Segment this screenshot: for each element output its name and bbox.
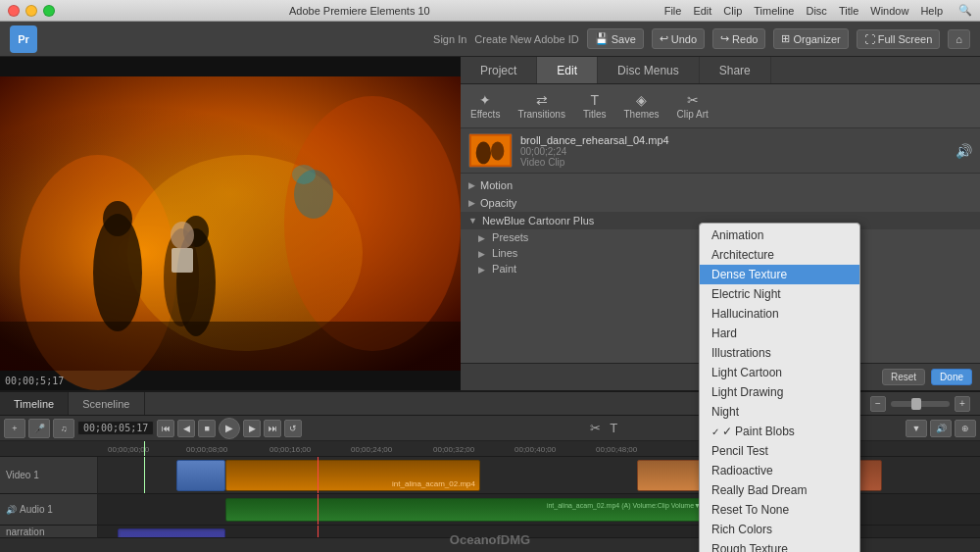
menu-timeline[interactable]: Timeline xyxy=(754,5,794,17)
smartmix-btn[interactable]: ♫ xyxy=(53,419,74,438)
menu-clip[interactable]: Clip xyxy=(723,5,742,17)
dropdown-item-reset-to-none[interactable]: Reset To None xyxy=(700,500,859,520)
dropdown-item-hard[interactable]: Hard xyxy=(700,324,859,343)
dropdown-item-illustrations[interactable]: Illustrations xyxy=(700,343,859,363)
opacity-label: Opacity xyxy=(480,197,516,209)
clip-type: Video Clip xyxy=(520,157,948,168)
text-tool-btn[interactable]: T xyxy=(607,421,620,435)
skip-end-btn[interactable]: ⏭ xyxy=(264,420,281,437)
dropdown-item-paint-blobs[interactable]: ✓ Paint Blobs xyxy=(700,422,859,441)
tab-disc-menus[interactable]: Disc Menus xyxy=(598,57,700,83)
next-frame-btn[interactable]: ▶ xyxy=(243,420,261,437)
video-preview: 00;00;5;17 xyxy=(0,57,461,390)
effects-icon: ✦ xyxy=(479,92,491,108)
top-toolbar: Pr Sign In Create New Adobe ID 💾 Save ↩ … xyxy=(0,22,980,57)
menu-help[interactable]: Help xyxy=(920,5,943,17)
dropdown-item-dense-texture[interactable]: Dense Texture xyxy=(700,265,859,284)
timeline-tab-timeline[interactable]: Timeline xyxy=(0,392,69,415)
timeline-tab-sceneline[interactable]: Sceneline xyxy=(69,392,144,415)
dropdown-item-architecture[interactable]: Architecture xyxy=(700,245,859,265)
menu-disc[interactable]: Disc xyxy=(806,5,826,17)
svg-point-5 xyxy=(284,96,461,351)
narration-track-label: narration xyxy=(0,526,98,538)
stop-btn[interactable]: ■ xyxy=(198,420,216,437)
dropdown-item-light-drawing[interactable]: Light Drawing xyxy=(700,382,859,402)
fullscreen-icon: ⛶ xyxy=(864,33,875,45)
transitions-btn[interactable]: ⇄ Transitions xyxy=(517,92,565,120)
zoom-in-btn[interactable]: + xyxy=(955,396,970,412)
add-media-btn[interactable]: + xyxy=(4,419,25,438)
titles-btn[interactable]: T Titles xyxy=(583,92,607,120)
organizer-icon: ⊞ xyxy=(781,32,790,45)
effects-btn[interactable]: ✦ Effects xyxy=(470,92,500,120)
organizer-button[interactable]: ⊞ Organizer xyxy=(773,28,848,49)
motion-row[interactable]: ▶ Motion xyxy=(461,176,980,194)
dropdown-item-rich-colors[interactable]: Rich Colors xyxy=(700,520,859,539)
dropdown-item-animation[interactable]: Animation xyxy=(700,226,859,245)
redo-button[interactable]: ↪ Redo xyxy=(712,28,765,49)
save-button[interactable]: 💾 Save xyxy=(587,28,644,49)
dropdown-item-really-bad-dream[interactable]: Really Bad Dream xyxy=(700,480,859,500)
dropdown-item-pencil-test[interactable]: Pencil Test xyxy=(700,441,859,461)
current-timecode[interactable]: 00;00;05;17 xyxy=(77,421,154,435)
search-icon[interactable]: 🔍 xyxy=(958,4,972,17)
menu-edit[interactable]: Edit xyxy=(693,5,711,17)
audio-clip-main[interactable]: int_alina_acam_02.mp4 (A) Volume:Clip Vo… xyxy=(225,498,706,522)
skip-start-btn[interactable]: ⏮ xyxy=(157,420,174,437)
play-btn[interactable]: ▶ xyxy=(219,418,240,439)
opacity-row[interactable]: ▶ Opacity xyxy=(461,194,980,212)
tab-share[interactable]: Share xyxy=(700,57,771,83)
tab-edit[interactable]: Edit xyxy=(537,57,598,83)
minimize-button[interactable] xyxy=(25,5,37,17)
prev-frame-btn[interactable]: ◀ xyxy=(177,420,195,437)
sign-in-link[interactable]: Sign In xyxy=(433,33,466,45)
cut-btn[interactable]: ✂ xyxy=(587,421,604,435)
newblue-label: NewBlue Cartoonr Plus xyxy=(482,215,594,226)
volume-icon[interactable]: 🔊 xyxy=(956,143,972,159)
clipart-btn[interactable]: ✂ Clip Art xyxy=(677,92,709,120)
reset-button[interactable]: Reset xyxy=(882,369,925,385)
narration-clip[interactable] xyxy=(118,528,225,538)
motion-label: Motion xyxy=(480,179,513,191)
disc-menu-btn[interactable]: ⊕ xyxy=(955,420,976,437)
opacity-arrow: ▶ xyxy=(468,198,475,208)
tab-project[interactable]: Project xyxy=(461,57,537,83)
save-icon: 💾 xyxy=(595,32,609,45)
dropdown-item-rough-texture[interactable]: Rough Texture xyxy=(700,539,859,552)
close-button[interactable] xyxy=(8,5,20,17)
dropdown-item-radioactive[interactable]: Radioactive xyxy=(700,461,859,480)
home-button[interactable]: ⌂ xyxy=(948,29,970,49)
zoom-out-btn[interactable]: − xyxy=(870,396,886,412)
volume-track-btn[interactable]: 🔊 xyxy=(930,420,952,437)
narrate-btn[interactable]: 🎤 xyxy=(28,419,50,438)
clip-name: broll_dance_rehearsal_04.mp4 xyxy=(520,134,948,146)
video-timecode: 00;00;5;17 xyxy=(5,376,64,386)
video-track-label: Video 1 xyxy=(0,457,98,494)
smart-trim-btn[interactable]: ▼ xyxy=(906,420,927,437)
svg-rect-21 xyxy=(121,531,224,538)
menu-title[interactable]: Title xyxy=(839,5,858,17)
themes-btn[interactable]: ◈ Themes xyxy=(623,92,659,120)
clip-thumbnail xyxy=(468,133,513,168)
done-button[interactable]: Done xyxy=(931,369,972,385)
clip-info: broll_dance_rehearsal_04.mp4 00;00;2;24 … xyxy=(461,128,980,174)
video-clip-selected[interactable] xyxy=(176,460,225,491)
dropdown-item-hallucination[interactable]: Hallucination xyxy=(700,304,859,324)
zoom-slider[interactable] xyxy=(891,401,950,407)
menu-window[interactable]: Window xyxy=(870,5,908,17)
maximize-button[interactable] xyxy=(43,5,55,17)
dropdown-item-night[interactable]: Night xyxy=(700,402,859,422)
newblue-arrow: ▼ xyxy=(468,216,477,226)
loop-btn[interactable]: ↺ xyxy=(284,420,302,437)
titles-icon: T xyxy=(590,92,599,108)
undo-button[interactable]: ↩ Undo xyxy=(652,28,705,49)
dropdown-item-light-cartoon[interactable]: Light Cartoon xyxy=(700,363,859,382)
svg-point-7 xyxy=(103,201,132,236)
svg-point-12 xyxy=(171,222,194,249)
app-title: Adobe Premiere Elements 10 xyxy=(61,5,659,17)
create-account-link[interactable]: Create New Adobe ID xyxy=(474,33,578,45)
dropdown-item-electric-night[interactable]: Electric Night xyxy=(700,284,859,304)
video-clip-main[interactable]: int_alina_acam_02.mp4 xyxy=(225,460,480,491)
fullscreen-button[interactable]: ⛶ Full Screen xyxy=(857,29,941,49)
menu-file[interactable]: File xyxy=(664,5,682,17)
